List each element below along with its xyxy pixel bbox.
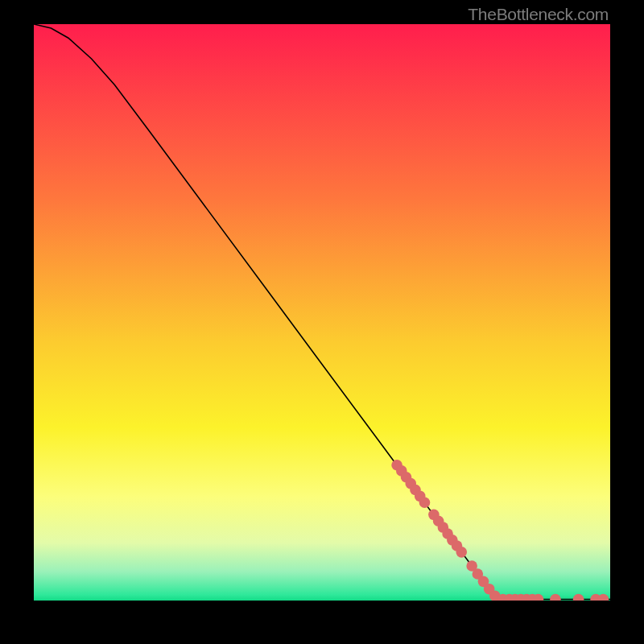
chart-plot (34, 24, 610, 601)
attribution-text: TheBottleneck.com (468, 5, 609, 24)
data-marker (419, 497, 431, 508)
data-marker (456, 547, 467, 558)
gradient-background (34, 24, 610, 601)
chart-frame: TheBottleneck.com (0, 0, 644, 644)
